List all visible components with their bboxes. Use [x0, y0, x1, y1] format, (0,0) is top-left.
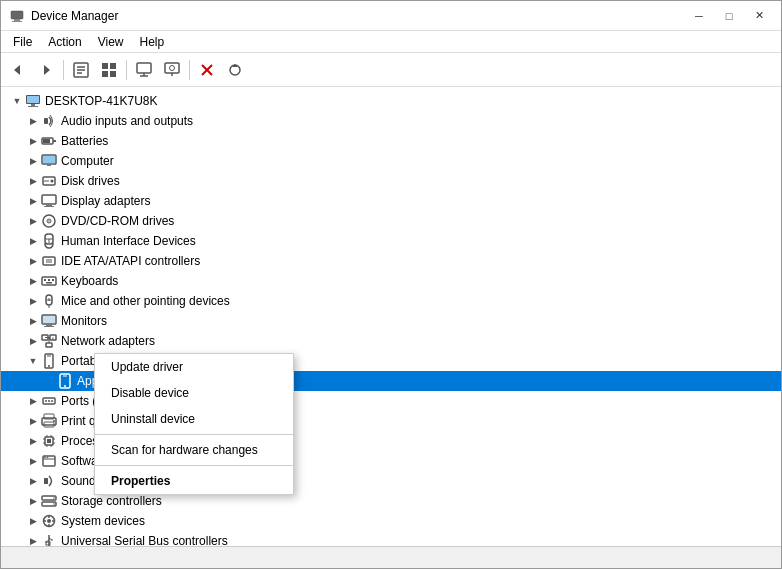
svg-rect-0: [11, 11, 23, 19]
toolbar-forward[interactable]: [33, 57, 59, 83]
tree-audio[interactable]: ▶ Audio inputs and outputs: [1, 111, 781, 131]
disk-arrow[interactable]: ▶: [25, 173, 41, 189]
tree-dvd[interactable]: ▶ DVD/CD-ROM drives: [1, 211, 781, 231]
tree-disk[interactable]: ▶ Disk drives: [1, 171, 781, 191]
svg-rect-96: [44, 478, 48, 484]
computer-arrow[interactable]: ▶: [25, 153, 41, 169]
toolbar-delete[interactable]: [194, 57, 220, 83]
print-arrow[interactable]: ▶: [25, 413, 41, 429]
portable-arrow[interactable]: ▼: [25, 353, 41, 369]
svg-point-100: [53, 503, 55, 505]
ide-arrow[interactable]: ▶: [25, 253, 41, 269]
mice-arrow[interactable]: ▶: [25, 293, 41, 309]
device-tree[interactable]: ▼ DESKTOP-41K7U8K ▶: [1, 87, 781, 546]
hid-arrow[interactable]: ▶: [25, 233, 41, 249]
context-menu: Update driver Disable device Uninstall d…: [94, 353, 294, 495]
svg-rect-10: [110, 63, 116, 69]
ports-arrow[interactable]: ▶: [25, 393, 41, 409]
context-sep-2: [95, 465, 293, 466]
hid-icon: [41, 233, 57, 249]
batteries-arrow[interactable]: ▶: [25, 133, 41, 149]
svg-rect-51: [48, 279, 50, 281]
tree-usb[interactable]: ▶ Universal Serial Bus controllers: [1, 531, 781, 546]
audio-arrow[interactable]: ▶: [25, 113, 41, 129]
audio-label: Audio inputs and outputs: [61, 114, 193, 128]
tree-batteries[interactable]: ▶ Batteries: [1, 131, 781, 151]
hid-label: Human Interface Devices: [61, 234, 196, 248]
tree-ide[interactable]: ▶ IDE ATA/ATAPI controllers: [1, 251, 781, 271]
svg-point-95: [47, 457, 49, 459]
usb-label: Universal Serial Bus controllers: [61, 534, 228, 546]
system-arrow[interactable]: ▶: [25, 513, 41, 529]
audio-icon: [41, 113, 57, 129]
soft-icon: [41, 453, 57, 469]
disk-label: Disk drives: [61, 174, 120, 188]
display-label: Display adapters: [61, 194, 150, 208]
ide-label: IDE ATA/ATAPI controllers: [61, 254, 200, 268]
tree-monitors[interactable]: ▶ Monitors: [1, 311, 781, 331]
root-expand-arrow[interactable]: ▼: [9, 93, 25, 109]
toolbar-view[interactable]: [96, 57, 122, 83]
context-properties[interactable]: Properties: [95, 468, 293, 494]
tree-keyboards[interactable]: ▶ Keyboards: [1, 271, 781, 291]
storage-icon: [41, 493, 57, 509]
svg-point-77: [51, 400, 53, 402]
minimize-button[interactable]: ─: [685, 6, 713, 26]
svg-point-17: [170, 65, 175, 70]
sound-arrow[interactable]: ▶: [25, 473, 41, 489]
svg-rect-9: [102, 63, 108, 69]
tree-computer[interactable]: ▶ Computer: [1, 151, 781, 171]
svg-rect-27: [44, 118, 48, 124]
svg-rect-25: [31, 104, 35, 106]
network-label: Network adapters: [61, 334, 155, 348]
menu-help[interactable]: Help: [132, 33, 173, 50]
usb-arrow[interactable]: ▶: [25, 533, 41, 546]
network-arrow[interactable]: ▶: [25, 333, 41, 349]
menu-action[interactable]: Action: [40, 33, 89, 50]
ide-icon: [41, 253, 57, 269]
dvd-arrow[interactable]: ▶: [25, 213, 41, 229]
svg-rect-60: [46, 324, 52, 326]
soft-arrow[interactable]: ▶: [25, 453, 41, 469]
dvd-label: DVD/CD-ROM drives: [61, 214, 174, 228]
svg-point-75: [45, 400, 47, 402]
tree-hid[interactable]: ▶ Human Interface Devices: [1, 231, 781, 251]
svg-rect-33: [47, 164, 51, 166]
toolbar-computer[interactable]: [159, 57, 185, 83]
menu-view[interactable]: View: [90, 33, 132, 50]
batteries-icon: [41, 133, 57, 149]
toolbar-refresh[interactable]: [222, 57, 248, 83]
display-arrow[interactable]: ▶: [25, 193, 41, 209]
mice-icon: [41, 293, 57, 309]
tree-root[interactable]: ▼ DESKTOP-41K7U8K: [1, 91, 781, 111]
tree-network[interactable]: ▶ Network adapters: [1, 331, 781, 351]
toolbar-back[interactable]: [5, 57, 31, 83]
toolbar-properties[interactable]: [68, 57, 94, 83]
monitors-arrow[interactable]: ▶: [25, 313, 41, 329]
tree-system[interactable]: ▶ System devices: [1, 511, 781, 531]
keyboards-label: Keyboards: [61, 274, 118, 288]
tree-mice[interactable]: ▶ Mice and other pointing devices: [1, 291, 781, 311]
svg-rect-12: [110, 71, 116, 77]
storage-arrow[interactable]: ▶: [25, 493, 41, 509]
monitors-label: Monitors: [61, 314, 107, 328]
context-disable-device[interactable]: Disable device: [95, 380, 293, 406]
maximize-button[interactable]: □: [715, 6, 743, 26]
root-label: DESKTOP-41K7U8K: [45, 94, 158, 108]
keyboards-arrow[interactable]: ▶: [25, 273, 41, 289]
svg-point-110: [51, 539, 53, 541]
ipad-icon: [57, 373, 73, 389]
svg-rect-32: [43, 156, 55, 163]
usb-icon: [41, 533, 57, 546]
proc-arrow[interactable]: ▶: [25, 433, 41, 449]
menu-bar: File Action View Help: [1, 31, 781, 53]
close-button[interactable]: ✕: [745, 6, 773, 26]
toolbar-monitor[interactable]: [131, 57, 157, 83]
context-update-driver[interactable]: Update driver: [95, 354, 293, 380]
svg-point-102: [47, 519, 51, 523]
context-scan-hardware[interactable]: Scan for hardware changes: [95, 437, 293, 463]
svg-rect-46: [43, 257, 55, 265]
context-uninstall-device[interactable]: Uninstall device: [95, 406, 293, 432]
tree-display[interactable]: ▶ Display adapters: [1, 191, 781, 211]
menu-file[interactable]: File: [5, 33, 40, 50]
